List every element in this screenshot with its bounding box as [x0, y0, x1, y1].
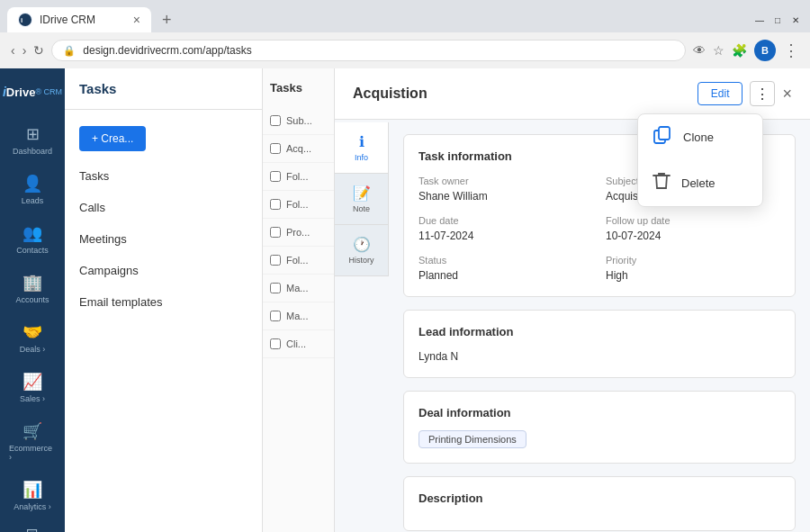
forward-button[interactable]: ›	[22, 43, 27, 58]
sidebar-label-leads: Leads	[22, 196, 44, 205]
tab-info-label: Info	[355, 153, 368, 162]
row-checkbox[interactable]	[270, 171, 281, 182]
close-window-button[interactable]: ✕	[788, 13, 803, 27]
back-button[interactable]: ‹	[11, 43, 15, 58]
new-tab-button[interactable]: +	[155, 11, 179, 30]
maximize-button[interactable]: □	[770, 13, 785, 27]
status-field: Status Planned	[418, 255, 593, 282]
priority-label: Priority	[606, 255, 780, 266]
sidebar-item-accounts[interactable]: 🏢 Accounts	[4, 266, 61, 311]
delete-menu-item[interactable]: Delete	[638, 160, 762, 206]
deal-info-title: Deal information	[418, 406, 780, 419]
sidebar-item-analytics[interactable]: 📊 Analytics ›	[4, 473, 61, 518]
minimize-button[interactable]: —	[752, 13, 767, 27]
nav-item-campaigns[interactable]: Campaigns	[65, 255, 262, 286]
sidebar-item-contacts[interactable]: 👥 Contacts	[4, 216, 61, 262]
sidebar-item-deals[interactable]: 🤝 Deals ›	[4, 315, 61, 361]
row-checkbox[interactable]	[270, 255, 281, 266]
table-row[interactable]: Ma...	[263, 302, 334, 330]
row-checkbox[interactable]	[270, 311, 281, 321]
sidebar-label-contacts: Contacts	[16, 246, 49, 255]
lead-person-name: Lynda N	[418, 350, 458, 363]
sidebar-label-deals: Deals ›	[20, 345, 46, 354]
sidebar-item-ecommerce[interactable]: 🛒 Ecommerce ›	[4, 414, 61, 469]
detail-actions: Edit ⋮ ×	[698, 81, 792, 106]
lead-info-card: Lead information Lynda N	[403, 310, 796, 378]
svg-text:i: i	[21, 16, 22, 24]
tab-note[interactable]: 📝 Note	[335, 174, 388, 225]
lock-icon: 🔒	[63, 45, 76, 57]
accounts-icon: 🏢	[22, 273, 42, 293]
table-row[interactable]: Acq...	[263, 135, 334, 163]
nav-item-email-templates[interactable]: Email templates	[65, 286, 262, 318]
task-row-text: Ma...	[286, 283, 308, 293]
task-owner-value: Shane William	[418, 190, 488, 203]
create-button[interactable]: + Crea...	[79, 126, 146, 151]
table-row[interactable]: Sub...	[263, 107, 334, 135]
profile-avatar[interactable]: B	[754, 40, 776, 61]
tab-favicon: i	[18, 13, 32, 27]
url-bar[interactable]: 🔒 design.devidrivecrm.com/app/tasks	[51, 40, 686, 61]
sidebar-item-data-migration[interactable]: 🗄 Data Migration	[4, 522, 61, 532]
row-checkbox[interactable]	[270, 143, 281, 154]
close-detail-button[interactable]: ×	[782, 85, 792, 104]
due-date-value: 11-07-2024	[418, 230, 473, 242]
tab-history[interactable]: 🕐 History	[335, 225, 388, 276]
table-row[interactable]: Pro...	[263, 219, 334, 247]
sidebar-item-dashboard[interactable]: ⊞ Dashboard	[4, 117, 61, 163]
dropdown-menu: Clone Delete	[637, 113, 763, 207]
table-row[interactable]: Fol...	[263, 247, 334, 275]
lead-info-title: Lead information	[418, 325, 780, 338]
address-bar: ‹ › ↻ 🔒 design.devidrivecrm.com/app/task…	[0, 32, 810, 68]
status-label: Status	[418, 255, 593, 266]
history-icon: 🕐	[353, 236, 371, 253]
clone-menu-item[interactable]: Clone	[638, 114, 762, 160]
tab-note-label: Note	[353, 204, 370, 213]
nav-item-tasks[interactable]: Tasks	[65, 160, 262, 192]
table-row[interactable]: Fol...	[263, 191, 334, 219]
contacts-icon: 👥	[22, 223, 42, 243]
dashboard-icon: ⊞	[26, 124, 40, 144]
browser-toolbar: 👁 ☆ 🧩	[693, 43, 747, 58]
extensions-icon[interactable]: 🧩	[732, 43, 747, 58]
tab-history-label: History	[348, 256, 374, 265]
nav-item-calls[interactable]: Calls	[65, 192, 262, 223]
logo-drive: Drive	[6, 86, 36, 99]
row-checkbox[interactable]	[270, 338, 281, 349]
row-checkbox[interactable]	[270, 115, 281, 126]
table-row[interactable]: Ma...	[263, 275, 334, 302]
nav-item-meetings[interactable]: Meetings	[65, 223, 262, 255]
sidebar-item-leads[interactable]: 👤 Leads	[4, 167, 61, 212]
edit-button[interactable]: Edit	[698, 82, 743, 105]
row-checkbox[interactable]	[270, 227, 281, 238]
more-options-button[interactable]: ⋮	[750, 81, 775, 106]
sidebar-label-analytics: Analytics ›	[14, 502, 51, 511]
url-text: design.devidrivecrm.com/app/tasks	[83, 44, 674, 57]
browser-menu-button[interactable]: ⋮	[783, 41, 799, 60]
tab-info[interactable]: ℹ Info	[335, 122, 388, 174]
leads-icon: 👤	[22, 174, 42, 194]
follow-up-field: Follow up date 10-07-2024	[606, 215, 780, 242]
sidebar-label-dashboard: Dashboard	[13, 147, 52, 156]
tab-title: IDrive CRM	[40, 14, 126, 26]
status-value: Planned	[418, 269, 458, 282]
description-title: Description	[418, 491, 780, 505]
row-checkbox[interactable]	[270, 199, 281, 210]
row-checkbox[interactable]	[270, 283, 281, 293]
tab-close-button[interactable]: ×	[133, 13, 140, 27]
table-row[interactable]: Cli...	[263, 330, 334, 358]
browser-tab[interactable]: i IDrive CRM ×	[7, 7, 151, 32]
task-row-text: Cli...	[286, 338, 306, 349]
delete-label: Delete	[681, 176, 716, 190]
sidebar: i Drive ® CRM ⊞ Dashboard 👤 Leads 👥 Cont…	[0, 68, 65, 532]
priority-field: Priority High	[606, 255, 780, 282]
reload-button[interactable]: ↻	[33, 43, 44, 58]
detail-header: Acquistion Edit ⋮ ×	[335, 68, 810, 120]
delete-icon	[652, 171, 670, 195]
star-icon[interactable]: ☆	[713, 43, 724, 58]
sidebar-item-sales[interactable]: 📈 Sales ›	[4, 365, 61, 410]
lead-person: Lynda N	[418, 350, 458, 363]
priority-value: High	[606, 269, 628, 282]
table-row[interactable]: Fol...	[263, 163, 334, 191]
tab-bar: i IDrive CRM × + — □ ✕	[0, 0, 810, 32]
